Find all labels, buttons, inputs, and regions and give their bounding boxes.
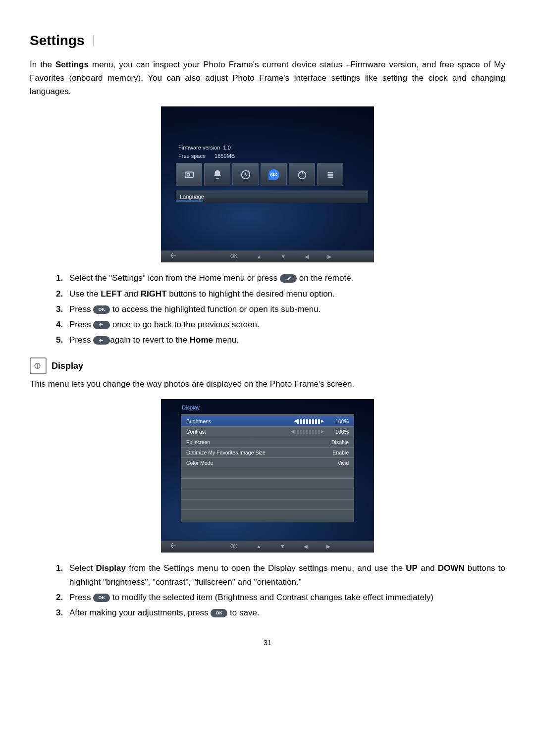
down-icon: ▼: [280, 252, 286, 261]
row-value: 100%: [335, 417, 349, 426]
selected-tab-label: Language: [176, 191, 368, 203]
slider-icon: ◀▶: [294, 418, 323, 425]
row-value: Enable: [332, 449, 349, 457]
freespace-value: 1859MB: [214, 153, 235, 159]
ok-button-icon: OK: [93, 594, 110, 602]
row-brightness[interactable]: Brightness ◀▶ 100%: [181, 416, 354, 427]
firmware-label: Firmware version: [178, 144, 220, 152]
step-2: Use the LEFT and RIGHT buttons to highli…: [65, 287, 505, 301]
footer-bar: OK ▲ ▼ ◀ ▶: [161, 541, 374, 553]
row-label: Color Mode: [186, 459, 213, 467]
back-icon: [170, 252, 177, 261]
row-fullscreen[interactable]: Fullscreen Disable: [181, 437, 354, 448]
system-icon[interactable]: [317, 163, 343, 186]
tool-icon: [280, 274, 297, 283]
back-icon: [170, 542, 177, 552]
row-colormode[interactable]: Color Mode Vivid: [181, 458, 354, 468]
step-d3: After making your adjustments, press OK …: [65, 606, 505, 619]
display-icon[interactable]: [176, 163, 202, 186]
back-button-icon: [93, 336, 110, 345]
row-label: Fullscreen: [186, 438, 210, 447]
row-value: Vivid: [337, 459, 349, 467]
ok-label: OK: [230, 543, 237, 551]
page-number: 31: [30, 637, 505, 648]
slider-icon: ◀▶: [291, 429, 323, 435]
display-screenshot: Display Brightness ◀▶ 100% Contrast ◀▶ 1…: [161, 399, 374, 553]
left-icon: ◀: [305, 252, 309, 261]
ok-label: OK: [230, 252, 237, 260]
step-d1: Select Display from the Settings menu to…: [65, 561, 505, 588]
display-intro: This menu lets you change the way photos…: [30, 377, 505, 391]
firmware-value: 1.0: [223, 145, 230, 151]
power-icon[interactable]: [289, 163, 315, 186]
step-d2: Press OK to modify the selected item (Br…: [65, 591, 505, 604]
back-button-icon: [93, 321, 110, 329]
display-panel: Brightness ◀▶ 100% Contrast ◀▶ 100% Full…: [181, 414, 354, 522]
right-icon: ▶: [326, 543, 330, 551]
steps-list-2: Select Display from the Settings menu to…: [30, 561, 505, 619]
right-icon: ▶: [327, 252, 331, 261]
step-5: Press again to revert to the Home menu.: [65, 333, 505, 347]
step-1: Select the "Settings" icon from the Home…: [65, 271, 505, 285]
up-icon: ▲: [256, 543, 261, 551]
steps-list-1: Select the "Settings" icon from the Home…: [30, 271, 505, 347]
row-value: 100%: [335, 428, 349, 436]
step-3: Press OK to access the highlighted funct…: [65, 302, 505, 316]
row-label: Contrast: [186, 428, 206, 436]
display-panel-header: Display: [181, 402, 354, 414]
settings-iconbar: ABC: [176, 163, 343, 186]
display-section-icon: [30, 357, 47, 374]
row-label: Brightness: [186, 417, 211, 426]
ok-button-icon: OK: [93, 305, 110, 314]
step-4: Press once to go back to the previous sc…: [65, 318, 505, 331]
page-title: Settings︱: [30, 30, 505, 52]
clock-icon[interactable]: [232, 163, 259, 186]
ok-button-icon: OK: [211, 609, 227, 617]
bell-icon[interactable]: [204, 163, 230, 186]
row-label: Optimize My Favorites Image Size: [186, 449, 266, 457]
left-icon: ◀: [304, 543, 308, 551]
svg-rect-4: [327, 172, 333, 173]
row-contrast[interactable]: Contrast ◀▶ 100%: [181, 427, 354, 437]
footer-bar: OK ▲ ▼ ◀ ▶: [161, 251, 374, 262]
svg-rect-6: [327, 177, 333, 178]
down-icon: ▼: [280, 543, 285, 551]
row-value: Disable: [331, 438, 349, 447]
freespace-label: Free space: [178, 152, 206, 160]
display-heading: Display: [52, 359, 83, 373]
settings-screenshot: Firmware version 1.0 Free space1859MB AB…: [161, 106, 374, 262]
svg-rect-5: [327, 174, 333, 176]
row-optimize[interactable]: Optimize My Favorites Image Size Enable: [181, 448, 354, 458]
svg-point-1: [187, 173, 190, 176]
abc-icon[interactable]: ABC: [261, 163, 287, 186]
up-icon: ▲: [256, 252, 262, 261]
intro-text: In the Settings menu, you can inspect yo…: [30, 58, 505, 99]
